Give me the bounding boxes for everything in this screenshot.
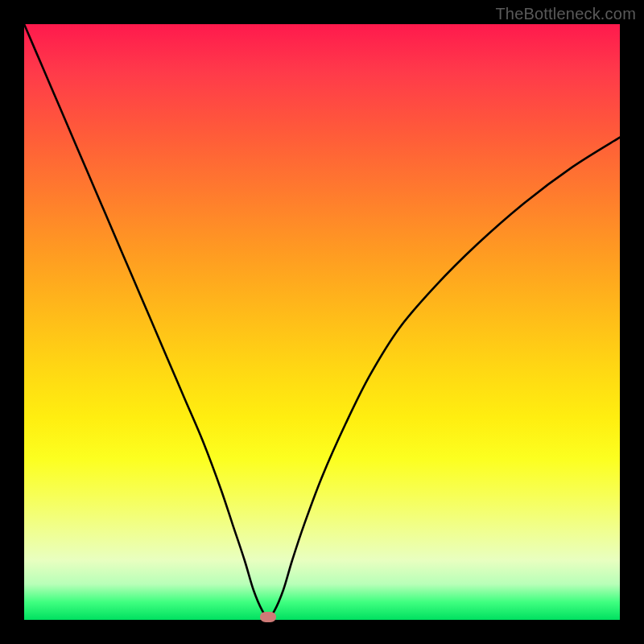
plot-area <box>24 24 620 620</box>
watermark-text: TheBottleneck.com <box>495 5 636 23</box>
bottleneck-curve <box>24 24 620 620</box>
chart-frame: TheBottleneck.com <box>0 0 644 644</box>
minimum-marker <box>260 612 276 622</box>
